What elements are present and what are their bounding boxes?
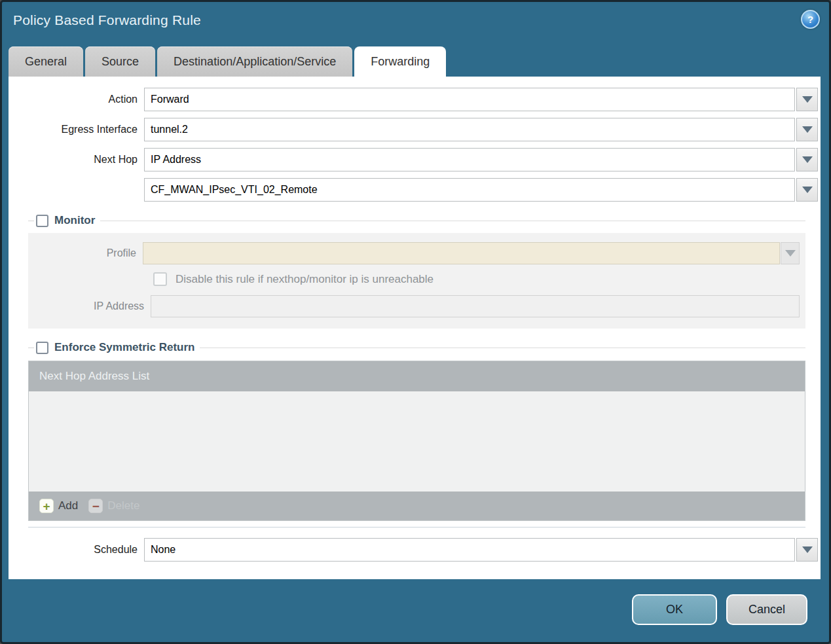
enforce-symmetric-return-checkbox[interactable] [36,342,48,354]
disable-rule-label: Disable this rule if nexthop/monitor ip … [175,273,434,286]
egress-interface-dropdown-button[interactable] [796,118,818,141]
next-hop-address-list-header: Next Hop Address List [29,361,805,391]
monitor-group-header: Monitor [28,214,805,227]
next-hop-address-list-body[interactable] [29,391,805,492]
next-hop-address-list-table: Next Hop Address List + Add − Delete [28,361,805,521]
forwarding-tab-panel: Action Forward Egress Interface tunnel.2… [9,77,821,579]
schedule-row: Schedule None [9,538,821,562]
symmetric-return-group: Enforce Symmetric Return Next Hop Addres… [28,341,805,528]
delete-icon: − [88,499,103,513]
add-icon: + [39,499,54,513]
next-hop-address-list-footer: + Add − Delete [29,492,805,520]
next-hop-type-combo: IP Address [144,148,818,171]
policy-forwarding-dialog: Policy Based Forwarding Rule ? General S… [0,0,831,644]
help-icon[interactable]: ? [801,10,820,29]
action-input[interactable]: Forward [144,88,795,111]
next-hop-row: Next Hop IP Address [9,148,821,171]
disable-rule-checkbox [153,272,167,286]
next-hop-type-dropdown-button[interactable] [796,148,818,171]
monitor-profile-label: Profile [28,247,143,259]
help-glyph: ? [807,14,813,25]
ok-button[interactable]: OK [632,594,717,625]
chevron-down-icon [785,250,796,257]
chevron-down-icon [802,96,813,103]
tab-forwarding[interactable]: Forwarding [354,46,446,77]
schedule-dropdown-button[interactable] [796,538,818,562]
action-row: Action Forward [9,88,821,111]
monitor-checkbox[interactable] [36,215,48,227]
delete-button: − Delete [88,499,139,513]
dialog-title: Policy Based Forwarding Rule [13,12,201,28]
monitor-ip-address-input [151,295,800,317]
dialog-footer: OK Cancel [632,594,807,625]
chevron-down-icon [802,126,813,133]
next-hop-address-combo: CF_MWAN_IPsec_VTI_02_Remote [144,178,818,202]
chevron-down-icon [802,187,813,193]
next-hop-address-dropdown-button[interactable] [796,178,818,202]
egress-interface-input[interactable]: tunnel.2 [144,118,795,141]
monitor-ip-address-label: IP Address [28,300,151,312]
cancel-button[interactable]: Cancel [726,594,807,625]
schedule-input[interactable]: None [144,538,795,562]
action-dropdown-button[interactable] [796,88,818,111]
monitor-profile-dropdown-button [781,242,800,264]
chevron-down-icon [802,156,813,163]
tab-source[interactable]: Source [85,46,155,77]
next-hop-label: Next Hop [9,154,144,166]
tab-general[interactable]: General [9,46,83,77]
tab-bar: General Source Destination/Application/S… [9,45,829,77]
monitor-profile-row: Profile [28,242,800,264]
delete-button-label: Delete [107,499,139,512]
add-button[interactable]: + Add [39,499,78,513]
next-hop-address-row: CF_MWAN_IPsec_VTI_02_Remote [9,178,821,202]
monitor-disable-rule-row: Disable this rule if nexthop/monitor ip … [153,272,800,286]
egress-interface-row: Egress Interface tunnel.2 [9,118,821,141]
chevron-down-icon [802,546,813,553]
monitor-group-body: Profile Disable this rule if nexthop/mon… [28,233,805,329]
tab-destination-application-service[interactable]: Destination/Application/Service [157,46,352,77]
egress-interface-combo: tunnel.2 [144,118,818,141]
symmetric-return-group-title: Enforce Symmetric Return [54,341,194,354]
next-hop-address-input[interactable]: CF_MWAN_IPsec_VTI_02_Remote [144,178,795,202]
symmetric-return-group-header: Enforce Symmetric Return [28,341,805,354]
schedule-combo: None [144,538,818,562]
monitor-group-title: Monitor [54,214,95,227]
monitor-ip-address-row: IP Address [28,295,800,317]
monitor-group: Monitor Profile Disable this rule if nex… [28,214,805,329]
action-label: Action [9,94,144,105]
egress-interface-label: Egress Interface [9,124,144,135]
add-button-label: Add [58,499,78,512]
dialog-titlebar: Policy Based Forwarding Rule ? [2,2,829,45]
monitor-profile-combo [143,242,800,264]
monitor-profile-input [143,242,780,264]
action-combo: Forward [144,88,818,111]
schedule-label: Schedule [9,544,144,556]
next-hop-type-input[interactable]: IP Address [144,148,795,171]
